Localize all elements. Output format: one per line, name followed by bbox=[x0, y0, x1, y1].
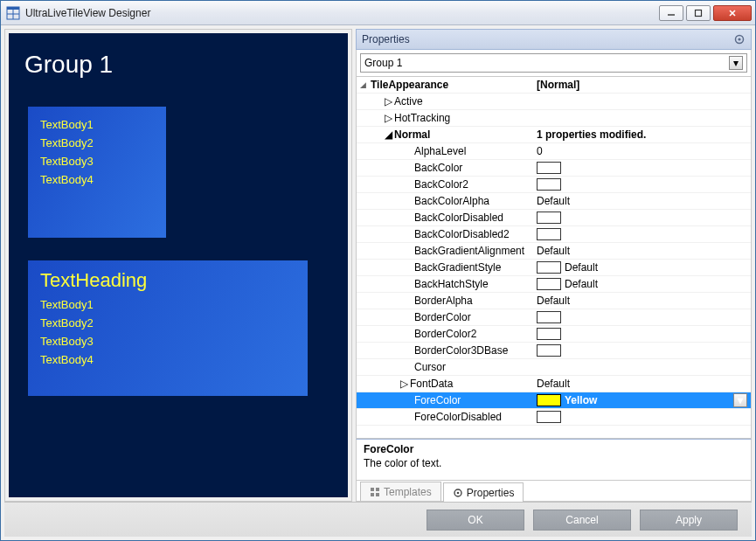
prop-active[interactable]: ▷Active bbox=[357, 94, 751, 110]
designer-window: UltraLiveTileView Designer Group 1 TextB… bbox=[0, 0, 756, 541]
svg-point-15 bbox=[456, 491, 459, 494]
window-buttons bbox=[659, 5, 752, 21]
client-area: Group 1 TextBody1 TextBody2 TextBody3 Te… bbox=[1, 25, 755, 540]
properties-column: Properties Group 1 ▾ ◢ TileAppearance bbox=[356, 29, 752, 502]
dialog-footer: OK Cancel Apply bbox=[4, 502, 752, 537]
prop-forecolordisabled[interactable]: ForeColorDisabled bbox=[357, 409, 751, 426]
minimize-button[interactable] bbox=[659, 5, 683, 21]
tab-templates[interactable]: Templates bbox=[360, 482, 441, 501]
object-selector[interactable]: Group 1 ▾ bbox=[360, 53, 747, 73]
color-swatch[interactable] bbox=[537, 228, 561, 240]
prop-backgradientalignment[interactable]: BackGradientAlignmentDefault bbox=[357, 243, 751, 260]
svg-rect-12 bbox=[371, 493, 374, 496]
prop-cursor[interactable]: Cursor bbox=[357, 359, 751, 376]
prop-backcolor[interactable]: BackColor bbox=[357, 160, 751, 177]
prop-backcoloralpha[interactable]: BackColorAlphaDefault bbox=[357, 193, 751, 210]
tab-properties[interactable]: Properties bbox=[443, 482, 524, 502]
dropdown-icon[interactable]: ▾ bbox=[733, 393, 747, 407]
prop-backgradientstyle[interactable]: BackGradientStyleDefault bbox=[357, 260, 751, 276]
apply-button[interactable]: Apply bbox=[640, 510, 738, 531]
cancel-button[interactable]: Cancel bbox=[533, 510, 631, 531]
color-swatch[interactable] bbox=[537, 411, 561, 423]
color-swatch[interactable] bbox=[537, 311, 561, 323]
prop-bordercolor2[interactable]: BorderColor2 bbox=[357, 326, 751, 343]
design-surface-wrap: Group 1 TextBody1 TextBody2 TextBody3 Te… bbox=[4, 29, 352, 502]
window-title: UltraLiveTileView Designer bbox=[25, 7, 659, 19]
tile-body-4: TextBody4 bbox=[40, 350, 295, 369]
object-selector-row: Group 1 ▾ bbox=[356, 50, 752, 77]
object-selector-value: Group 1 bbox=[364, 57, 402, 69]
color-swatch[interactable] bbox=[537, 162, 561, 174]
tile-body-2: TextBody2 bbox=[40, 314, 295, 332]
prop-backhatchstyle[interactable]: BackHatchStyleDefault bbox=[357, 276, 751, 293]
tile-body-1: TextBody1 bbox=[40, 295, 295, 314]
properties-header-label: Properties bbox=[362, 33, 410, 45]
tile-body-1: TextBody1 bbox=[40, 115, 154, 134]
color-swatch[interactable] bbox=[537, 278, 561, 290]
prop-normal[interactable]: ◢Normal 1 properties modified. bbox=[357, 127, 751, 143]
description-text: The color of text. bbox=[364, 457, 744, 469]
expand-icon[interactable]: ◢ bbox=[385, 128, 392, 141]
tile-body-3: TextBody3 bbox=[40, 332, 295, 350]
object-selector-dropdown-icon[interactable]: ▾ bbox=[729, 56, 743, 70]
expand-icon[interactable]: ▷ bbox=[400, 378, 408, 390]
expand-icon[interactable]: ▷ bbox=[385, 112, 392, 124]
svg-rect-11 bbox=[376, 488, 379, 491]
prop-borderalpha[interactable]: BorderAlphaDefault bbox=[357, 293, 751, 309]
prop-forecolor[interactable]: ForeColor Yellow▾ bbox=[357, 392, 751, 409]
color-swatch[interactable] bbox=[537, 261, 561, 274]
svg-rect-10 bbox=[371, 488, 374, 491]
tile-body-2: TextBody2 bbox=[40, 134, 154, 152]
close-button[interactable] bbox=[713, 5, 752, 21]
bottom-tabs: Templates Properties bbox=[356, 481, 752, 502]
templates-icon bbox=[370, 487, 380, 497]
color-swatch[interactable] bbox=[537, 328, 561, 340]
options-icon[interactable] bbox=[733, 33, 746, 45]
app-icon bbox=[6, 6, 20, 20]
color-swatch[interactable] bbox=[537, 212, 561, 224]
tile-body-3: TextBody3 bbox=[40, 152, 154, 170]
tile-body-4: TextBody4 bbox=[40, 170, 154, 189]
tile-heading: TextHeading bbox=[40, 269, 295, 292]
maximize-button[interactable] bbox=[686, 5, 711, 21]
description-title: ForeColor bbox=[364, 443, 744, 455]
prop-backcolor2[interactable]: BackColor2 bbox=[357, 177, 751, 193]
prop-alphalevel[interactable]: AlphaLevel0 bbox=[357, 143, 751, 160]
color-swatch[interactable] bbox=[537, 344, 561, 357]
design-surface[interactable]: Group 1 TextBody1 TextBody2 TextBody3 Te… bbox=[9, 33, 348, 497]
prop-backcolordisabled2[interactable]: BackColorDisabled2 bbox=[357, 226, 751, 243]
expand-icon[interactable]: ◢ bbox=[357, 80, 369, 89]
prop-bordercolor[interactable]: BorderColor bbox=[357, 309, 751, 326]
color-swatch[interactable] bbox=[537, 178, 561, 191]
svg-rect-5 bbox=[696, 10, 702, 16]
properties-header: Properties bbox=[356, 29, 752, 50]
property-description: ForeColor The color of text. bbox=[356, 439, 752, 481]
svg-point-9 bbox=[738, 38, 740, 40]
ok-button[interactable]: OK bbox=[427, 510, 524, 531]
svg-rect-13 bbox=[376, 493, 379, 496]
tile-small[interactable]: TextBody1 TextBody2 TextBody3 TextBody4 bbox=[28, 107, 166, 238]
prop-bordercolor3dbase[interactable]: BorderColor3DBase bbox=[357, 343, 751, 359]
prop-fontdata[interactable]: ▷FontDataDefault bbox=[357, 376, 751, 392]
prop-tileappearance[interactable]: ◢ TileAppearance [Normal] bbox=[357, 77, 751, 94]
group-title: Group 1 bbox=[24, 51, 329, 79]
svg-rect-1 bbox=[7, 7, 19, 10]
prop-backcolordisabled[interactable]: BackColorDisabled bbox=[357, 210, 751, 226]
prop-hottracking[interactable]: ▷HotTracking bbox=[357, 110, 751, 127]
tile-large[interactable]: TextHeading TextBody1 TextBody2 TextBody… bbox=[28, 260, 308, 396]
gear-icon bbox=[453, 488, 463, 498]
titlebar[interactable]: UltraLiveTileView Designer bbox=[1, 1, 755, 25]
property-grid[interactable]: ◢ TileAppearance [Normal] ▷Active ▷HotTr… bbox=[356, 77, 752, 439]
color-swatch-yellow[interactable] bbox=[537, 394, 561, 406]
main-row: Group 1 TextBody1 TextBody2 TextBody3 Te… bbox=[4, 29, 752, 502]
expand-icon[interactable]: ▷ bbox=[385, 95, 392, 108]
